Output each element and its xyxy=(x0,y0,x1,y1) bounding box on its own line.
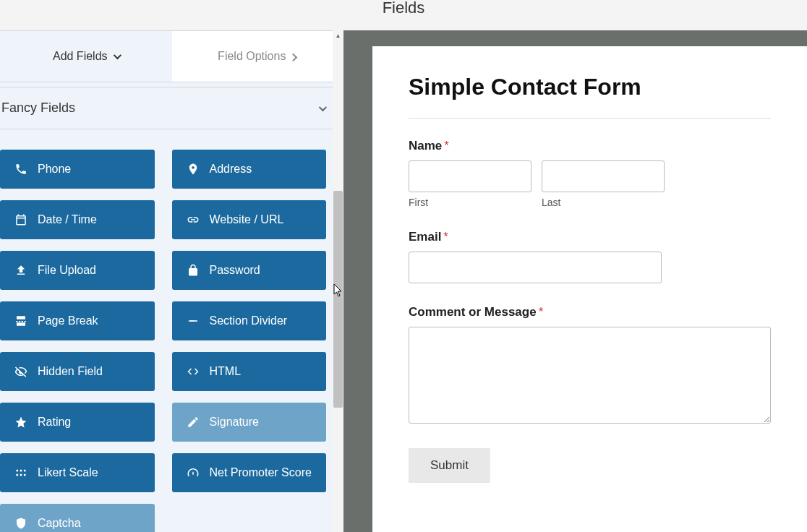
pagebreak-icon xyxy=(14,314,27,327)
field-label: Date / Time xyxy=(38,213,97,226)
preview-area: Simple Contact Form Name* First Last xyxy=(343,30,807,532)
submit-button[interactable]: Submit xyxy=(409,448,490,483)
field-html[interactable]: HTML xyxy=(172,352,327,391)
required-mark: * xyxy=(444,139,449,153)
field-file-upload[interactable]: File Upload xyxy=(0,251,155,290)
email-input[interactable] xyxy=(409,252,662,283)
field-label: HTML xyxy=(210,365,242,378)
field-captcha[interactable]: Captcha xyxy=(0,504,155,532)
sidebar: Add Fields Field Options Fancy Fields Ph… xyxy=(0,30,343,532)
field-date-time[interactable]: Date / Time xyxy=(0,200,155,239)
calendar-icon xyxy=(14,213,27,226)
field-label: Website / URL xyxy=(210,213,284,226)
field-label: Section Divider xyxy=(210,314,288,327)
field-label: Password xyxy=(210,264,260,277)
pin-icon xyxy=(187,163,200,176)
field-email[interactable]: Email* xyxy=(409,230,771,283)
last-name-input[interactable] xyxy=(542,160,665,192)
pencil-icon xyxy=(187,416,200,429)
star-icon xyxy=(14,416,27,429)
field-label: Signature xyxy=(210,416,260,429)
link-icon xyxy=(187,213,200,226)
field-rating[interactable]: Rating xyxy=(0,403,155,442)
first-name-input[interactable] xyxy=(409,160,531,192)
field-label: Phone xyxy=(38,163,71,176)
gauge-icon xyxy=(187,466,200,479)
required-mark: * xyxy=(443,230,448,244)
form-title: Simple Contact Form xyxy=(409,74,771,119)
field-page-break[interactable]: Page Break xyxy=(0,301,155,340)
page-header: Fields xyxy=(0,0,807,30)
lock-icon xyxy=(187,264,200,277)
tab-add-fields-label: Add Fields xyxy=(53,50,108,63)
code-icon xyxy=(187,365,200,378)
section-title: Fancy Fields xyxy=(1,100,75,116)
field-net-promoter-score[interactable]: Net Promoter Score xyxy=(172,453,327,492)
field-address[interactable]: Address xyxy=(172,150,327,189)
field-hidden-field[interactable]: Hidden Field xyxy=(0,352,155,391)
fields-container: PhoneAddressDate / TimeWebsite / URLFile… xyxy=(0,129,343,532)
field-signature[interactable]: Signature xyxy=(172,403,327,442)
field-label: Captcha xyxy=(38,517,81,530)
chevron-right-icon xyxy=(289,53,297,61)
upload-icon xyxy=(14,264,27,277)
comment-textarea[interactable] xyxy=(409,327,771,424)
tabs: Add Fields Field Options xyxy=(0,30,343,82)
tab-add-fields[interactable]: Add Fields xyxy=(0,31,172,82)
field-name[interactable]: Name* First Last xyxy=(409,139,771,208)
section-fancy-fields[interactable]: Fancy Fields xyxy=(0,87,343,129)
field-phone[interactable]: Phone xyxy=(0,150,155,189)
page-title: Fields xyxy=(383,0,425,17)
phone-icon xyxy=(14,163,27,176)
last-sublabel: Last xyxy=(542,197,665,208)
field-likert-scale[interactable]: Likert Scale xyxy=(0,453,155,492)
field-label: File Upload xyxy=(38,264,96,277)
tab-field-options[interactable]: Field Options xyxy=(172,31,344,82)
chevron-down-icon xyxy=(319,103,327,111)
field-website-url[interactable]: Website / URL xyxy=(172,200,327,239)
field-password[interactable]: Password xyxy=(172,251,327,290)
comment-label: Comment or Message* xyxy=(409,305,771,319)
dots-icon xyxy=(14,466,27,479)
field-label: Rating xyxy=(38,416,71,429)
field-label: Hidden Field xyxy=(38,365,103,378)
tab-field-options-label: Field Options xyxy=(218,50,286,63)
field-label: Likert Scale xyxy=(38,466,98,479)
divider-icon xyxy=(187,314,200,327)
chevron-down-icon xyxy=(113,51,121,59)
shield-icon xyxy=(14,517,27,530)
required-mark: * xyxy=(539,305,544,319)
field-label: Address xyxy=(210,163,252,176)
email-label: Email* xyxy=(409,230,771,244)
eye-slash-icon xyxy=(14,365,27,378)
scroll-up-icon[interactable]: ▲ xyxy=(333,30,343,40)
form-panel: Simple Contact Form Name* First Last xyxy=(372,46,807,532)
name-label: Name* xyxy=(409,139,771,153)
field-label: Page Break xyxy=(38,314,98,327)
field-section-divider[interactable]: Section Divider xyxy=(172,301,327,340)
field-comment[interactable]: Comment or Message* xyxy=(409,305,771,426)
field-label: Net Promoter Score xyxy=(210,466,312,479)
scrollbar-thumb[interactable] xyxy=(333,191,343,408)
scrollbar[interactable]: ▲ xyxy=(333,30,343,532)
first-sublabel: First xyxy=(409,197,531,208)
